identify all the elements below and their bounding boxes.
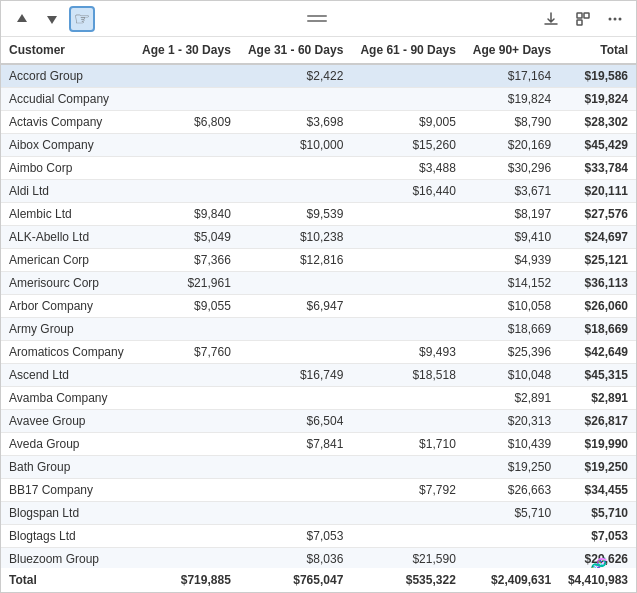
table-row: Accudial Company$19,824$19,824 [1,88,636,111]
table-container[interactable]: Customer Age 1 - 30 Days Age 31 - 60 Day… [1,37,636,592]
table-cell: $8,197 [464,203,559,226]
table-row: Accord Group$2,422$17,164$19,586 [1,64,636,88]
table-cell: Accudial Company [1,88,133,111]
table-row: Aveda Group$7,841$1,710$10,439$19,990 [1,433,636,456]
table-cell: Aimbo Corp [1,157,133,180]
table-cell [351,272,464,295]
table-cell: $7,841 [239,433,352,456]
table-cell: $2,422 [239,64,352,88]
table-cell: Amerisourc Corp [1,272,133,295]
more-button[interactable] [602,6,628,32]
table-cell: $25,121 [559,249,636,272]
table-cell: $27,576 [559,203,636,226]
col-header-customer: Customer [1,37,133,64]
table-row: Avavee Group$6,504$20,313$26,817 [1,410,636,433]
toolbar-center [302,11,332,27]
table-cell: $5,710 [559,502,636,525]
table-cell: $5,710 [464,502,559,525]
table-cell: $6,809 [133,111,239,134]
table-cell: Aromaticos Company [1,341,133,364]
table-cell [133,364,239,387]
table-cell: $9,055 [133,295,239,318]
table-cell: $28,302 [559,111,636,134]
table-cell: $3,671 [464,180,559,203]
table-cell: $7,366 [133,249,239,272]
toolbar-left: ☞ [9,6,95,32]
svg-point-5 [609,17,612,20]
cursor-hand-icon: ☞ [74,10,90,28]
table-cell: $6,504 [239,410,352,433]
table-cell: $19,990 [559,433,636,456]
table-row: Army Group$18,669$18,669 [1,318,636,341]
table-cell: Avamba Company [1,387,133,410]
table-cell: $18,518 [351,364,464,387]
table-cell [239,272,352,295]
table-cell: $36,113 [559,272,636,295]
table-cell [133,157,239,180]
table-row: Aldi Ltd$16,440$3,671$20,111 [1,180,636,203]
table-cell: Accord Group [1,64,133,88]
table-cell: $19,586 [559,64,636,88]
table-cell: $45,315 [559,364,636,387]
table-cell: BB17 Company [1,479,133,502]
table-cell [239,88,352,111]
table-cell [133,88,239,111]
drag-handle[interactable] [302,11,332,27]
table-row: Blogtags Ltd$7,053$7,053 [1,525,636,548]
table-cell [239,341,352,364]
col-header-age-90plus: Age 90+ Days [464,37,559,64]
table-cell: $19,250 [559,456,636,479]
svg-point-6 [614,17,617,20]
table-cell: $45,429 [559,134,636,157]
table-cell: Actavis Company [1,111,133,134]
table-cell [351,410,464,433]
table-cell: $9,539 [239,203,352,226]
table-cell: $34,455 [559,479,636,502]
table-cell [133,525,239,548]
table-row: Avamba Company$2,891$2,891 [1,387,636,410]
sort-desc-button[interactable] [39,6,65,32]
table-cell: $10,000 [239,134,352,157]
table-cell [351,64,464,88]
table-cell: $26,663 [464,479,559,502]
col-header-age-31-60: Age 31 - 60 Days [239,37,352,64]
table-cell: $17,164 [464,64,559,88]
table-cell: American Corp [1,249,133,272]
table-cell: $7,760 [133,341,239,364]
table-row: Alembic Ltd$9,840$9,539$8,197$27,576 [1,203,636,226]
table-cell: $18,669 [559,318,636,341]
footer-age-31-60: $765,047 [239,567,352,592]
table-cell: $30,296 [464,157,559,180]
table-cell [239,479,352,502]
table-row: Bath Group$19,250$19,250 [1,456,636,479]
table-body: Accord Group$2,422$17,164$19,586Accudial… [1,64,636,592]
table-row: ALK-Abello Ltd$5,049$10,238$9,410$24,697 [1,226,636,249]
download-button[interactable] [538,6,564,32]
table-cell: Army Group [1,318,133,341]
table-cell: $12,816 [239,249,352,272]
table-row: Amerisourc Corp$21,961$14,152$36,113 [1,272,636,295]
table-cell: $16,749 [239,364,352,387]
cursor-button[interactable]: ☞ [69,6,95,32]
table-cell [351,456,464,479]
table-cell: $7,792 [351,479,464,502]
table-cell [351,249,464,272]
table-cell: Aveda Group [1,433,133,456]
table-cell [351,295,464,318]
table-cell: $15,260 [351,134,464,157]
expand-button[interactable] [570,6,596,32]
table-cell: $2,891 [559,387,636,410]
table-cell: $19,824 [464,88,559,111]
toolbar-right [538,6,628,32]
table-cell [351,226,464,249]
table-row: BB17 Company$7,792$26,663$34,455 [1,479,636,502]
table-cell: $18,669 [464,318,559,341]
table-cell [239,318,352,341]
table-cell: $20,169 [464,134,559,157]
sort-asc-button[interactable] [9,6,35,32]
svg-marker-1 [47,16,57,24]
table-cell [133,502,239,525]
table-cell: Blogtags Ltd [1,525,133,548]
table-cell: $21,961 [133,272,239,295]
table-cell: Arbor Company [1,295,133,318]
